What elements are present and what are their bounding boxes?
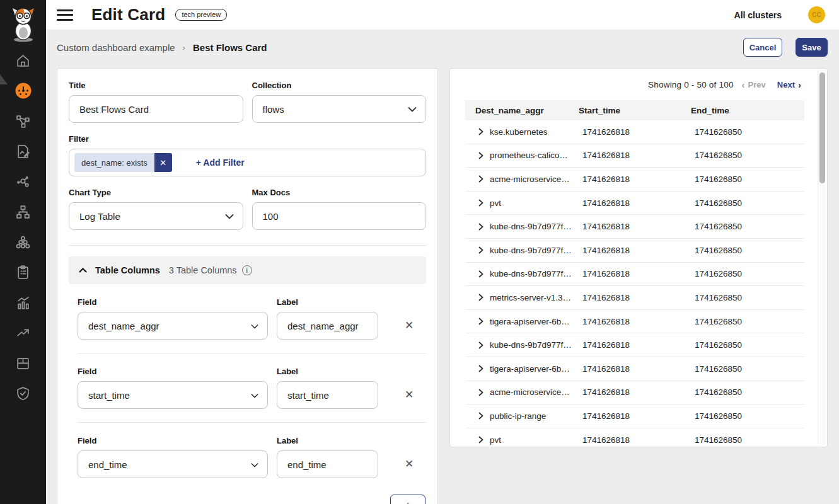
cell-end-time: 1741626850	[695, 340, 742, 350]
label-label: Label	[277, 367, 298, 376]
expand-row-chevron-icon[interactable]	[478, 318, 483, 325]
cell-dest-name: pvt	[490, 435, 501, 445]
card-editor-panel: Title Collection flows Filter dest_name:…	[57, 68, 438, 504]
expand-row-chevron-icon[interactable]	[478, 152, 483, 159]
network-topology-icon[interactable]	[14, 112, 33, 130]
label-input[interactable]	[277, 381, 378, 409]
prev-page-button[interactable]: ‹ Prev	[742, 80, 766, 89]
cluster-selector[interactable]: All clusters	[734, 10, 782, 20]
scrollbar-track[interactable]	[818, 70, 826, 445]
field-label: Field	[78, 436, 277, 445]
max-docs-input[interactable]	[252, 202, 427, 230]
chevron-down-icon	[408, 104, 417, 115]
table-row: kse.kubernetes 1741626818 1741626850	[465, 120, 804, 144]
breadcrumb-current: Best Flows Card	[193, 42, 267, 53]
expand-row-chevron-icon[interactable]	[478, 365, 483, 372]
expand-row-chevron-icon[interactable]	[478, 436, 483, 444]
table-columns-section-header[interactable]: Table Columns 3 Table Columns i	[69, 256, 426, 284]
remove-column-icon[interactable]: ✕	[405, 319, 414, 332]
max-docs-label: Max Docs	[252, 188, 427, 197]
collection-select[interactable]: flows	[252, 95, 427, 123]
section-title: Table Columns	[95, 265, 160, 275]
cell-end-time: 1741626850	[695, 293, 742, 302]
table-header-row: Dest_name_aggr Start_time End_time	[465, 100, 804, 120]
title-input[interactable]	[69, 95, 243, 123]
expand-row-chevron-icon[interactable]	[478, 412, 483, 420]
graph-nodes-icon[interactable]	[14, 173, 33, 190]
trend-arrow-icon[interactable]	[14, 324, 33, 341]
field-label: Field	[78, 297, 277, 307]
avatar[interactable]: CC	[808, 6, 825, 23]
remove-column-icon[interactable]: ✕	[405, 389, 414, 401]
tech-preview-badge: tech preview	[175, 9, 227, 21]
honeycomb-cluster-icon[interactable]	[14, 233, 33, 251]
cell-end-time: 1741626850	[695, 198, 742, 208]
chevron-down-icon	[251, 390, 258, 401]
save-button[interactable]: Save	[796, 38, 828, 57]
add-filter-button[interactable]: + Add Filter	[196, 158, 245, 168]
cell-end-time: 1741626850	[695, 411, 742, 421]
expand-row-chevron-icon[interactable]	[478, 175, 483, 183]
cell-dest-name: acme-microservice…	[490, 175, 570, 184]
label-label: Label	[277, 436, 298, 445]
field-select[interactable]: dest_name_aggr	[78, 312, 268, 340]
chart-bars-icon[interactable]	[14, 294, 33, 311]
column-header-end-time: End_time	[691, 106, 804, 115]
breadcrumb-parent[interactable]: Custom dashboard example	[57, 42, 175, 53]
field-select[interactable]: end_time	[78, 450, 268, 478]
expand-row-chevron-icon[interactable]	[478, 246, 483, 254]
breadcrumb-separator: ›	[183, 43, 185, 52]
chevron-down-icon	[251, 459, 258, 470]
info-icon[interactable]: i	[242, 265, 252, 275]
expand-row-chevron-icon[interactable]	[478, 270, 483, 278]
chart-type-select[interactable]: Log Table	[69, 202, 243, 230]
field-label: Field	[78, 367, 277, 376]
cell-dest-name: tigera-apiserver-6b…	[490, 364, 570, 374]
table-row: acme-microservice… 1741626818 1741626850	[465, 381, 804, 405]
expand-row-chevron-icon[interactable]	[478, 223, 483, 231]
dashboard-gauge-icon[interactable]	[14, 82, 33, 100]
cell-start-time: 1741626818	[582, 175, 630, 184]
cell-start-time: 1741626818	[582, 269, 630, 278]
cell-start-time: 1741626818	[582, 364, 630, 374]
expand-row-chevron-icon[interactable]	[478, 389, 483, 396]
pagination-status: Showing 0 - 50 of 100	[648, 80, 734, 89]
scrollbar-thumb[interactable]	[819, 72, 825, 183]
cell-dest-name: kube-dns-9b7d977f…	[490, 246, 572, 255]
chip-remove-icon[interactable]: ✕	[154, 153, 172, 172]
cell-start-time: 1741626818	[582, 387, 630, 397]
form-divider	[69, 245, 426, 246]
table-row: kube-dns-9b7d977f… 1741626818 1741626850	[465, 333, 804, 357]
expand-row-chevron-icon[interactable]	[478, 341, 483, 349]
label-input[interactable]	[277, 312, 378, 340]
expand-row-chevron-icon[interactable]	[478, 199, 483, 207]
sitemap-icon[interactable]	[14, 203, 33, 220]
next-page-button[interactable]: Next ›	[777, 80, 801, 89]
expand-row-chevron-icon[interactable]	[478, 128, 483, 135]
chevron-right-icon: ›	[798, 80, 801, 89]
expand-row-chevron-icon[interactable]	[478, 294, 483, 301]
clipboard-list-icon[interactable]	[14, 263, 33, 281]
cell-end-time: 1741626850	[695, 269, 742, 278]
remove-column-icon[interactable]: ✕	[405, 458, 414, 471]
cell-dest-name: kse.kubernetes	[490, 127, 548, 137]
title-label: Title	[69, 81, 243, 90]
package-box-icon[interactable]	[14, 354, 33, 372]
cell-dest-name: tigera-apiserver-6b…	[490, 317, 570, 326]
label-input[interactable]	[277, 450, 378, 478]
home-icon[interactable]	[14, 52, 33, 69]
top-bar: Edit Card tech preview All clusters CC	[46, 0, 839, 30]
report-edit-icon[interactable]	[14, 142, 33, 160]
field-select[interactable]: start_time	[78, 381, 268, 409]
hamburger-menu-icon[interactable]	[57, 9, 73, 21]
cell-start-time: 1741626818	[582, 317, 630, 326]
table-row: kube-dns-9b7d977f… 1741626818 1741626850	[465, 215, 804, 239]
calico-cat-logo-icon[interactable]	[8, 5, 38, 43]
breadcrumb-bar: Custom dashboard example › Best Flows Ca…	[57, 37, 828, 57]
shield-check-icon[interactable]	[14, 384, 33, 402]
add-column-button[interactable]: +	[390, 495, 425, 504]
table-row: kube-dns-9b7d977f… 1741626818 1741626850	[465, 263, 804, 287]
table-row: pvt 1741626818 1741626850	[465, 192, 804, 215]
cell-start-time: 1741626818	[582, 151, 630, 160]
cancel-button[interactable]: Cancel	[743, 38, 782, 57]
